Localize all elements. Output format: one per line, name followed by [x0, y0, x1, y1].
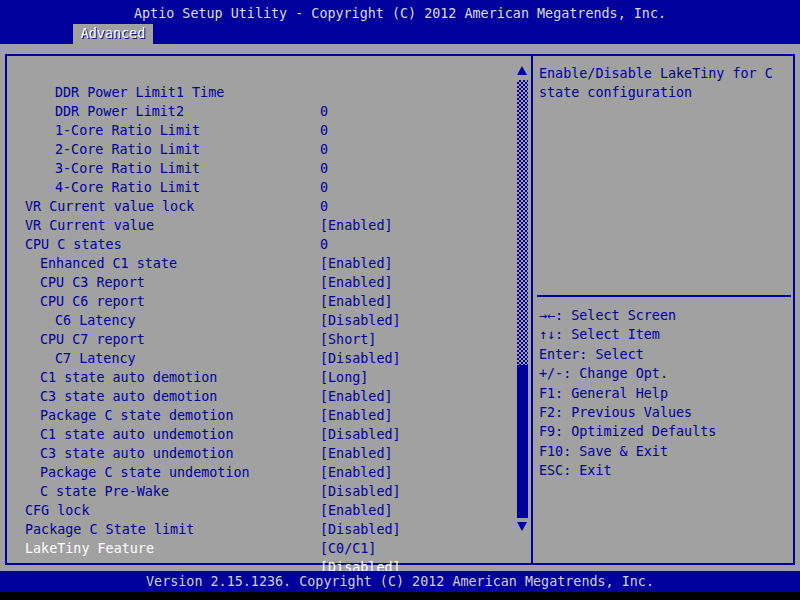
menu-item[interactable]: DDR Power Limit1 Time 0 [7, 64, 513, 83]
key-hint: →←: Select Screen [539, 306, 716, 325]
menu-item-label: LakeTiny Feature [25, 539, 154, 558]
menu-item[interactable]: Enhanced C1 state [Enabled] [7, 235, 513, 254]
menu-item[interactable]: LakeTiny Feature [Disabled] [7, 520, 513, 539]
key-hint: +/-: Change Opt. [539, 364, 716, 383]
menu-item[interactable]: CPU C3 Report [Enabled] [7, 254, 513, 273]
menu-item[interactable]: CPU C states [Enabled] [7, 216, 513, 235]
menu-item[interactable]: 1-Core Ratio Limit 0 [7, 102, 513, 121]
menu-item[interactable]: CPU C7 report [Disabled] [7, 311, 513, 330]
footer-bar: Version 2.15.1236. Copyright (C) 2012 Am… [0, 571, 800, 592]
key-hint: F10: Save & Exit [539, 442, 716, 461]
menu-item[interactable]: CPU C6 report [Disabled] [7, 273, 513, 292]
menu-item[interactable]: CFG lock [Disabled] [7, 482, 513, 501]
key-hint: F9: Optimized Defaults [539, 422, 716, 441]
menu-item[interactable]: 2-Core Ratio Limit 0 [7, 121, 513, 140]
menu-item[interactable]: C1 state auto undemotion [Enabled] [7, 406, 513, 425]
menu-item[interactable]: Package C state undemotion [Disabled] [7, 444, 513, 463]
key-hint: Enter: Select [539, 345, 716, 364]
menu-item[interactable]: VR Current value 0 [7, 197, 513, 216]
scrollbar-thumb[interactable] [517, 365, 528, 518]
bios-setup-screen: Aptio Setup Utility - Copyright (C) 2012… [0, 0, 800, 600]
menu-item[interactable]: C state Pre-Wake [Enabled] [7, 463, 513, 482]
app-title: Aptio Setup Utility - Copyright (C) 2012… [0, 6, 800, 21]
menu-item-value: [C0/C1] [320, 539, 376, 558]
key-hint: ESC: Exit [539, 461, 716, 480]
version-text: Version 2.15.1236. Copyright (C) 2012 Am… [0, 571, 800, 592]
key-hint: F2: Previous Values [539, 403, 716, 422]
menu-item[interactable]: C1 state auto demotion [Enabled] [7, 349, 513, 368]
pane-divider [531, 54, 533, 565]
menu-item[interactable]: C3 state auto undemotion [Enabled] [7, 425, 513, 444]
menu-item[interactable]: C6 Latency [Short] [7, 292, 513, 311]
key-hint: ↑↓: Select Item [539, 325, 716, 344]
menu-item[interactable]: 3-Core Ratio Limit 0 [7, 140, 513, 159]
key-legend: →←: Select Screen↑↓: Select ItemEnter: S… [539, 306, 716, 481]
menu-item[interactable]: 4-Core Ratio Limit 0 [7, 159, 513, 178]
scroll-up-icon[interactable] [517, 66, 527, 75]
scroll-down-icon[interactable] [517, 522, 527, 531]
scrollbar[interactable] [516, 66, 529, 536]
menu-item[interactable]: VR Current value lock [Enabled] [7, 178, 513, 197]
menu-item[interactable]: Package C State limit [C0/C1] [7, 501, 513, 520]
tab-advanced[interactable]: Advanced [73, 24, 153, 45]
bottom-edge [0, 592, 800, 600]
menu-item[interactable]: C3 state auto demotion [Enabled] [7, 368, 513, 387]
key-hint: F1: General Help [539, 384, 716, 403]
menu-item[interactable]: C7 Latency [Long] [7, 330, 513, 349]
menu-item[interactable]: Package C state demotion [Disabled] [7, 387, 513, 406]
menu-item[interactable]: DDR Power Limit2 0 [7, 83, 513, 102]
help-text: Enable/Disable LakeTiny for C state conf… [539, 64, 781, 102]
help-keys-separator [537, 295, 791, 297]
menu-items: DDR Power Limit1 Time 0 DDR Power Limit2… [7, 64, 513, 539]
